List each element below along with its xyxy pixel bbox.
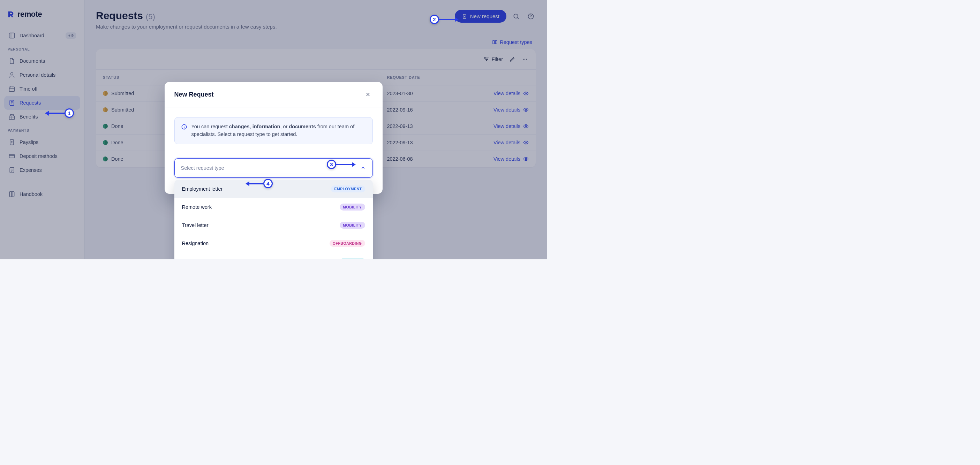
chevron-up-icon (360, 165, 366, 171)
request-type-option[interactable]: ResignationOFFBOARDING (174, 234, 373, 252)
request-type-option[interactable]: Employment letterEMPLOYMENT (174, 180, 373, 198)
request-type-option[interactable]: Travel letterMOBILITY (174, 216, 373, 234)
option-tag: TIME OFF (340, 258, 365, 260)
request-type-option[interactable]: Annual leave queryTIME OFF (174, 252, 373, 260)
info-icon (181, 124, 187, 138)
option-label: Travel letter (182, 222, 208, 228)
modal-title: New Request (174, 91, 214, 98)
new-request-modal: New Request You can request changes, inf… (165, 82, 383, 194)
option-tag: EMPLOYMENT (331, 186, 365, 192)
select-placeholder: Select request type (181, 165, 224, 171)
modal-overlay[interactable]: New Request You can request changes, inf… (0, 0, 547, 259)
modal-info-text: You can request changes, information, or… (191, 123, 366, 138)
modal-info-box: You can request changes, information, or… (174, 117, 373, 144)
request-type-dropdown: Employment letterEMPLOYMENTRemote workMO… (174, 180, 373, 260)
option-tag: MOBILITY (340, 203, 365, 211)
option-tag: MOBILITY (340, 222, 365, 229)
request-type-option[interactable]: Remote workMOBILITY (174, 198, 373, 216)
option-label: Remote work (182, 204, 212, 210)
option-label: Employment letter (182, 186, 223, 192)
option-label: Annual leave query (182, 259, 225, 260)
request-type-select[interactable]: Select request type (174, 158, 373, 178)
option-label: Resignation (182, 241, 209, 246)
close-icon[interactable] (363, 90, 373, 99)
option-tag: OFFBOARDING (329, 240, 365, 247)
